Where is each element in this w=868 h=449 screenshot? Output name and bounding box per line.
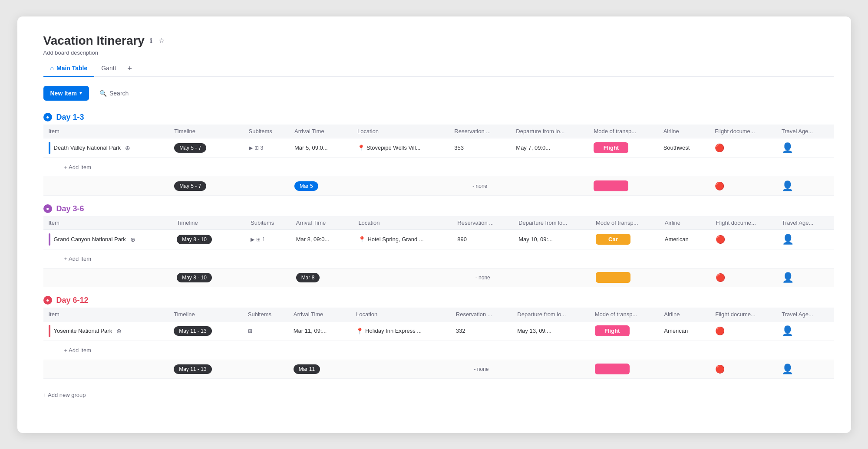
add-item-button[interactable]: + Add Item <box>49 161 97 173</box>
mode-cell[interactable]: Car <box>591 229 660 249</box>
location-cell[interactable]: 📍 Holiday Inn Express ... <box>351 321 451 341</box>
group1-table-wrapper: Item Timeline Subitems Arrival Time Loca… <box>43 125 834 196</box>
summary-timeline: May 11 - 13 <box>168 360 243 378</box>
summary-none: - none <box>454 183 505 189</box>
airline-cell[interactable]: American <box>659 321 710 341</box>
table-row: Grand Canyon National Park ⊕ May 8 - 10 … <box>43 229 834 249</box>
subitems-count: 3 <box>261 145 264 151</box>
color-bar <box>49 325 50 337</box>
file-icon: 🔴 <box>715 327 725 335</box>
timeline-cell[interactable]: May 11 - 13 <box>168 321 243 341</box>
add-item-button[interactable]: + Add Item <box>49 344 97 356</box>
tab-add-button[interactable]: + <box>123 61 137 76</box>
subitems-cell[interactable]: ▶ ⊞ 1 <box>245 229 291 249</box>
col-flight-doc-2: Flight docume... <box>710 216 776 230</box>
location-text: Hotel Spring, Grand ... <box>367 236 423 243</box>
mode-cell[interactable]: Flight <box>588 138 658 157</box>
summary-row-3: May 11 - 13 Mar 11 - none <box>43 360 834 378</box>
group-day3-6: ● Day 3-6 Item Timeline Subitems Arrival… <box>43 204 834 287</box>
reservation-cell[interactable]: 332 <box>451 321 512 341</box>
travel-agent-cell[interactable]: 👤 <box>776 138 834 157</box>
color-bar <box>49 142 50 154</box>
group2-header: ● Day 3-6 <box>43 204 834 213</box>
flight-doc-cell[interactable]: 🔴 <box>710 229 776 249</box>
subitems-icon: ⊞ <box>254 145 259 151</box>
group3-dot: ● <box>43 296 52 305</box>
location-icon: 📍 <box>358 236 366 243</box>
arrival-time-cell[interactable]: Mar 11, 09:... <box>288 321 351 341</box>
flight-doc-cell[interactable]: 🔴 <box>710 321 776 341</box>
location-cell[interactable]: 📍 Hotel Spring, Grand ... <box>353 229 452 249</box>
add-subitem-icon[interactable]: ⊕ <box>129 235 136 244</box>
col-airline-2: Airline <box>660 216 711 230</box>
add-item-button[interactable]: + Add Item <box>49 253 97 265</box>
airline-cell[interactable]: American <box>660 229 711 249</box>
col-reservation-1: Reservation ... <box>449 125 511 138</box>
item-name[interactable]: Death Valley National Park <box>54 144 121 151</box>
departure-cell[interactable]: May 10, 09:... <box>513 229 591 249</box>
summary-mode <box>588 177 658 195</box>
flight-doc-cell[interactable]: 🔴 <box>710 138 776 157</box>
col-flight-doc-1: Flight docume... <box>710 125 776 138</box>
travel-agent-cell[interactable]: 👤 <box>777 229 834 249</box>
color-bar <box>49 233 50 246</box>
arrival-time-cell[interactable]: Mar 5, 09:0... <box>289 138 352 157</box>
col-subitems-1: Subitems <box>244 125 289 138</box>
summary-mode-pill <box>594 180 628 191</box>
departure-cell[interactable]: May 13, 09:... <box>512 321 589 341</box>
info-icon-button[interactable]: ℹ <box>149 36 153 46</box>
col-departure-2: Departure from lo... <box>513 216 591 230</box>
summary-reservation: - none <box>451 360 512 378</box>
reservation-cell[interactable]: 890 <box>452 229 513 249</box>
summary-reservation: - none <box>449 177 511 195</box>
timeline-cell[interactable]: May 5 - 7 <box>169 138 243 157</box>
travel-agent-cell[interactable]: 👤 <box>776 321 833 341</box>
chevron-down-icon: ▾ <box>79 90 82 96</box>
mode-pill: Flight <box>595 325 630 336</box>
summary-user-icon: 👤 <box>782 364 793 374</box>
add-group-button[interactable]: + Add new group <box>43 387 86 403</box>
add-item-cell: + Add Item <box>43 249 834 268</box>
col-travel-age-1: Travel Age... <box>776 125 834 138</box>
star-icon-button[interactable]: ☆ <box>158 36 165 46</box>
summary-row-1: May 5 - 7 Mar 5 - none <box>43 177 834 195</box>
timeline-cell[interactable]: May 8 - 10 <box>172 229 245 249</box>
table-row: Death Valley National Park ⊕ May 5 - 7 ▶… <box>43 138 834 157</box>
group2-title[interactable]: Day 3-6 <box>56 204 84 213</box>
arrival-time-cell[interactable]: Mar 8, 09:0... <box>291 229 353 249</box>
item-name[interactable]: Grand Canyon National Park <box>54 236 126 243</box>
summary-file-icon: 🔴 <box>715 182 724 190</box>
add-subitem-icon[interactable]: ⊕ <box>116 327 122 335</box>
summary-mode-pill <box>595 364 630 374</box>
airline-cell[interactable]: Southwest <box>658 138 710 157</box>
summary-file: 🔴 <box>710 268 776 287</box>
mode-cell[interactable]: Flight <box>590 321 659 341</box>
toolbar-row: New Item ▾ 🔍 Search <box>43 86 834 101</box>
group1-header: ● Day 1-3 <box>43 113 834 122</box>
summary-timeline: May 5 - 7 <box>169 177 243 195</box>
group3-table: Item Timeline Subitems Arrival Time Loca… <box>43 308 834 379</box>
col-timeline-1: Timeline <box>169 125 243 138</box>
departure-cell[interactable]: May 7, 09:0... <box>511 138 588 157</box>
item-name-cell: Grand Canyon National Park ⊕ <box>43 229 172 249</box>
board-description[interactable]: Add board description <box>43 49 834 56</box>
col-subitems-3: Subitems <box>243 308 288 321</box>
location-cell[interactable]: 📍 Stovepipe Wells Vill... <box>352 138 449 157</box>
summary-departure <box>513 268 591 287</box>
reservation-cell[interactable]: 353 <box>449 138 511 157</box>
subitems-cell[interactable]: ⊞ <box>243 321 288 341</box>
item-name[interactable]: Yosemite National Park <box>54 328 112 334</box>
add-subitem-icon[interactable]: ⊕ <box>124 144 131 152</box>
search-button[interactable]: 🔍 Search <box>94 86 134 100</box>
group3-title[interactable]: Day 6-12 <box>56 296 89 305</box>
col-timeline-3: Timeline <box>168 308 243 321</box>
tab-gantt[interactable]: Gantt <box>94 61 123 77</box>
col-item-1: Item <box>43 125 169 138</box>
group1-title[interactable]: Day 1-3 <box>56 113 84 122</box>
group-day1-3: ● Day 1-3 Item Timeline Subitems Arrival… <box>43 113 834 196</box>
summary-user: 👤 <box>777 268 834 287</box>
new-item-button[interactable]: New Item ▾ <box>43 86 89 101</box>
timeline-pill: May 5 - 7 <box>174 143 206 153</box>
subitems-cell[interactable]: ▶ ⊞ 3 <box>244 138 289 157</box>
tab-main-table[interactable]: ⌂ Main Table <box>43 61 95 77</box>
